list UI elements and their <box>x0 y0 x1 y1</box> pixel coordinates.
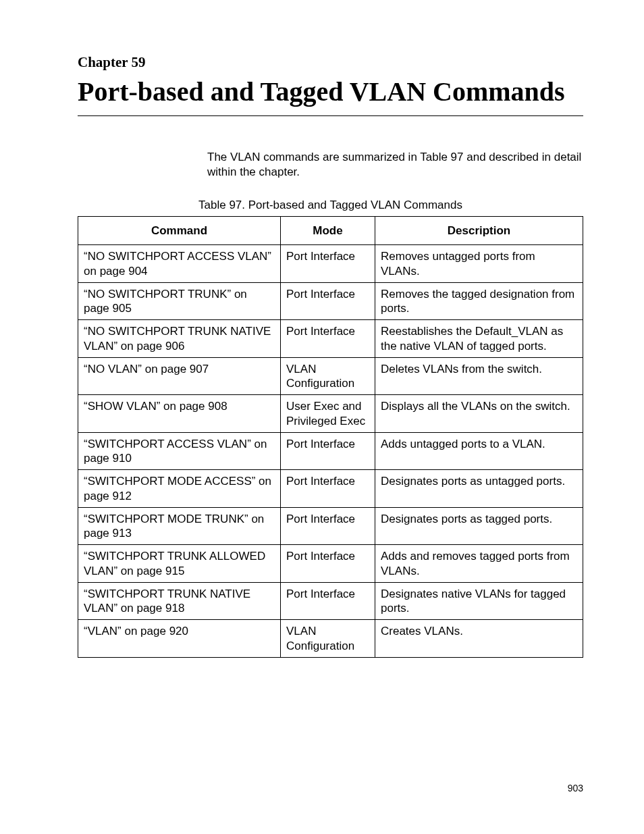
cell-mode: Port Interface <box>281 470 375 508</box>
cell-description: Designates native VLANs for tagged ports… <box>375 582 583 620</box>
table-header-description: Description <box>375 217 583 245</box>
table-row: “NO SWITCHPORT TRUNK NATIVE VLAN” on pag… <box>78 320 583 358</box>
cell-command: “NO SWITCHPORT ACCESS VLAN” on page 904 <box>78 245 281 283</box>
table-header-mode: Mode <box>281 217 375 245</box>
cell-command: “SHOW VLAN” on page 908 <box>78 395 281 433</box>
cell-description: Displays all the VLANs on the switch. <box>375 395 583 433</box>
chapter-intro: The VLAN commands are summarized in Tabl… <box>207 150 583 180</box>
cell-mode: Port Interface <box>281 320 375 358</box>
page: Chapter 59 Port-based and Tagged VLAN Co… <box>0 0 644 834</box>
table-header-command: Command <box>78 217 281 245</box>
cell-description: Adds and removes tagged ports from VLANs… <box>375 545 583 583</box>
cell-mode: VLAN Configuration <box>281 620 375 658</box>
commands-table: Command Mode Description “NO SWITCHPORT … <box>78 216 583 658</box>
table-header-row: Command Mode Description <box>78 217 583 245</box>
chapter-title: Port-based and Tagged VLAN Commands <box>78 75 583 109</box>
cell-mode: Port Interface <box>281 432 375 470</box>
cell-command: “NO VLAN” on page 907 <box>78 357 281 395</box>
table-row: “NO SWITCHPORT TRUNK” on page 905 Port I… <box>78 282 583 320</box>
cell-command: “NO SWITCHPORT TRUNK” on page 905 <box>78 282 281 320</box>
title-rule <box>78 115 583 116</box>
cell-mode: Port Interface <box>281 282 375 320</box>
cell-command: “SWITCHPORT MODE ACCESS” on page 912 <box>78 470 281 508</box>
page-number: 903 <box>568 783 583 793</box>
cell-mode: Port Interface <box>281 545 375 583</box>
table-row: “SWITCHPORT ACCESS VLAN” on page 910 Por… <box>78 432 583 470</box>
cell-mode: User Exec and Privileged Exec <box>281 395 375 433</box>
cell-command: “SWITCHPORT MODE TRUNK” on page 913 <box>78 507 281 545</box>
cell-description: Creates VLANs. <box>375 620 583 658</box>
table-caption: Table 97. Port-based and Tagged VLAN Com… <box>78 199 583 212</box>
cell-description: Reestablishes the Default_VLAN as the na… <box>375 320 583 358</box>
table-row: “SWITCHPORT MODE TRUNK” on page 913 Port… <box>78 507 583 545</box>
cell-description: Removes untagged ports from VLANs. <box>375 245 583 283</box>
cell-command: “NO SWITCHPORT TRUNK NATIVE VLAN” on pag… <box>78 320 281 358</box>
cell-description: Designates ports as untagged ports. <box>375 470 583 508</box>
cell-mode: VLAN Configuration <box>281 357 375 395</box>
cell-description: Adds untagged ports to a VLAN. <box>375 432 583 470</box>
chapter-label: Chapter 59 <box>78 54 583 71</box>
cell-command: “SWITCHPORT TRUNK ALLOWED VLAN” on page … <box>78 545 281 583</box>
cell-description: Deletes VLANs from the switch. <box>375 357 583 395</box>
cell-description: Designates ports as tagged ports. <box>375 507 583 545</box>
table-row: “SWITCHPORT MODE ACCESS” on page 912 Por… <box>78 470 583 508</box>
table-row: “SWITCHPORT TRUNK ALLOWED VLAN” on page … <box>78 545 583 583</box>
table-row: “VLAN” on page 920 VLAN Configuration Cr… <box>78 620 583 658</box>
table-row: “NO VLAN” on page 907 VLAN Configuration… <box>78 357 583 395</box>
cell-mode: Port Interface <box>281 245 375 283</box>
cell-description: Removes the tagged designation from port… <box>375 282 583 320</box>
cell-command: “VLAN” on page 920 <box>78 620 281 658</box>
table-row: “NO SWITCHPORT ACCESS VLAN” on page 904 … <box>78 245 583 283</box>
table-row: “SHOW VLAN” on page 908 User Exec and Pr… <box>78 395 583 433</box>
cell-mode: Port Interface <box>281 582 375 620</box>
cell-command: “SWITCHPORT TRUNK NATIVE VLAN” on page 9… <box>78 582 281 620</box>
table-row: “SWITCHPORT TRUNK NATIVE VLAN” on page 9… <box>78 582 583 620</box>
cell-command: “SWITCHPORT ACCESS VLAN” on page 910 <box>78 432 281 470</box>
cell-mode: Port Interface <box>281 507 375 545</box>
